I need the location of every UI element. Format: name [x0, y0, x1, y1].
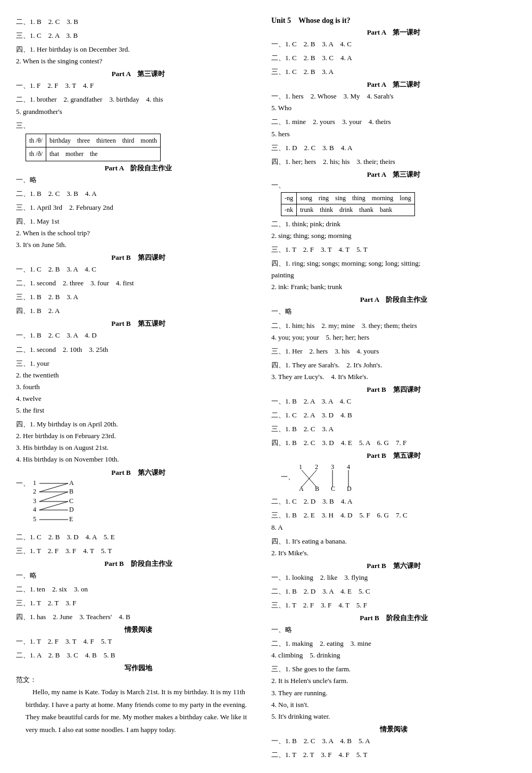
- section-yi-rastage: 一、略: [271, 306, 516, 317]
- part-title-b4: Part B 第四课时: [16, 253, 261, 262]
- section-yi-stage: 一、略: [16, 174, 261, 186]
- section-yi-b5: 一、1. B 2. C 3. A 4. D: [16, 330, 261, 341]
- phonics-table2: -ng song ring sing thing morning long -n…: [281, 192, 415, 216]
- text-line: 三、1. D 2. C 3. B 4. A: [271, 142, 516, 154]
- text-line: 2. ink: Frank; bank; trunk: [271, 281, 516, 293]
- section-san-rbstage: 三、1. She goes to the farm. 2. It is Hele…: [271, 663, 516, 722]
- match-diagram-section: 一、 1 2 3 4 5 A B C D E: [16, 479, 261, 529]
- text-line: 一、略: [16, 570, 261, 581]
- svg-text:E: E: [69, 515, 73, 523]
- text-line: 二、1. him; his 2. my; mine 3. they; them;…: [271, 320, 516, 332]
- text-line: 四、1. May 1st: [16, 216, 261, 227]
- part-title-b5: Part B 第五课时: [16, 319, 261, 328]
- text-line: 2. When is the singing contest?: [16, 55, 261, 67]
- text-line: 8. A: [271, 522, 516, 533]
- text-line: 四、1. B 2. C 3. D 4. E 5. A 6. G 7. F: [271, 437, 516, 449]
- phon-table2-section: 一、 -ng song ring sing thing morning long…: [271, 180, 516, 216]
- text-line: 一、1. B 2. C 3. A 4. D: [16, 330, 261, 341]
- text-line: 2. When is the school trip?: [16, 227, 261, 239]
- svg-text:2: 2: [315, 463, 318, 471]
- svg-text:C: C: [331, 485, 335, 492]
- section-er-ra2: 二、1. mine 2. yours 3. your 4. theirs 5. …: [271, 116, 516, 139]
- section-san-b5: 三、1. your 2. the twentieth 3. fourth 4. …: [16, 358, 261, 416]
- essay-section: 范文： Hello, my name is Kate. Today is Mar…: [16, 674, 261, 736]
- text-line: 2. It is Helen's uncle's farm.: [271, 675, 516, 687]
- section-yi-bstage: 一、略: [16, 570, 261, 581]
- text-line: 三、1. C 2. B 3. A: [271, 66, 516, 78]
- section-er-rastage: 二、1. him; his 2. my; mine 3. they; them;…: [271, 320, 516, 343]
- section-si-stage: 四、1. May 1st 2. When is the school trip?…: [16, 216, 261, 251]
- svg-text:1: 1: [33, 479, 36, 487]
- section-er-b4: 二、1. second 2. three 3. four 4. first: [16, 277, 261, 289]
- section-si-b4: 四、1. B 2. A: [16, 305, 261, 317]
- text-line: 四、1. It's eating a banana.: [271, 536, 516, 547]
- text-line: 二、1. C 2. D 3. B 4. A: [271, 496, 516, 507]
- phon-cell2: -nk: [281, 204, 297, 216]
- svg-text:A: A: [299, 485, 304, 492]
- part-title-reading2: 情景阅读: [271, 725, 516, 734]
- text-line: 3. They are Lucy's. 4. It's Mike's.: [271, 371, 516, 383]
- part-title-rb4: Part B 第四课时: [271, 385, 516, 394]
- text-line: 3. They are running.: [271, 687, 516, 699]
- text-line: 4. No, it isn't.: [271, 699, 516, 711]
- section-er-read1: 二、1. A 2. B 3. C 4. B 5. B: [16, 649, 261, 661]
- phon-cell2: -ng: [281, 192, 297, 204]
- essay-body: Hello, my name is Kate. Today is March 2…: [16, 686, 261, 736]
- text-line: 二、1. C 2. A 3. D 4. B: [271, 409, 516, 421]
- part-title-rb5: Part B 第五课时: [271, 451, 516, 460]
- text-line: 5. Who: [271, 102, 516, 114]
- part-title-ra-stage: Part A 阶段自主作业: [271, 295, 516, 305]
- svg-line-15: [39, 483, 68, 492]
- part-title-rb-stage: Part B 阶段自主作业: [271, 613, 516, 623]
- section-yi-rbstage: 一、略: [271, 624, 516, 636]
- part-title-rb6: Part B 第六课时: [271, 561, 516, 571]
- svg-text:4: 4: [347, 463, 350, 471]
- text-line: 二、1. C 2. B 3. C 4. A: [271, 52, 516, 64]
- section-er-b6: 二、1. C 2. B 3. D 4. A 5. E: [16, 531, 261, 543]
- text-line: 二、1. B 2. C 3. B 4. A: [16, 188, 261, 200]
- phon-cell2: trunk think drink thank bank: [297, 204, 415, 216]
- unit-title: Unit 5 Whose dog is it?: [271, 16, 516, 26]
- text-line: 三、1. your: [16, 358, 261, 369]
- text-line: 二、1. B 2. D 3. A 4. E 5. C: [271, 586, 516, 597]
- section-si-rb4: 四、1. B 2. C 3. D 4. E 5. A 6. G 7. F: [271, 437, 516, 449]
- match-diagram: 1 2 3 4 5 A B C D E: [32, 479, 85, 529]
- text-line: 一、略: [16, 174, 261, 186]
- part-title-a3: Part A 第三课时: [16, 69, 261, 79]
- text-line: 4. you; you; your 5. her; her; hers: [271, 332, 516, 343]
- page-container: 二、1. B 2. C 3. B 三、1. C 2. A 3. B 四、1. H…: [16, 16, 516, 763]
- text-line: 二、1. second 2. three 3. four 4. first: [16, 277, 261, 289]
- svg-text:D: D: [347, 485, 352, 492]
- text-line: 三、1. B 2. C 3. A: [271, 423, 516, 435]
- cross-svg: 1 2 3 4 A B C D: [296, 462, 365, 494]
- text-line: painting: [271, 269, 516, 281]
- yi-label: 一、: [16, 479, 30, 488]
- phon-cell: birthday three thirteen third month: [46, 134, 161, 147]
- text-line: 5. It's drinking water.: [271, 711, 516, 722]
- section-er-rb4: 二、1. C 2. A 3. D 4. B: [271, 409, 516, 421]
- section-er-bstage: 二、1. ten 2. six 3. on: [16, 583, 261, 595]
- text-line: 2. It's Mike's.: [271, 547, 516, 559]
- part-title-reading1: 情景阅读: [16, 625, 261, 635]
- section-er-read2: 二、1. T 2. T 3. F 4. F 5. T: [271, 749, 516, 761]
- text-line: 三、1. T 2. F 3. F 4. T 5. T: [16, 545, 261, 557]
- section-si-1: 四、1. Her birthday is on December 3rd. 2.…: [16, 44, 261, 67]
- text-line: 三、1. T 2. F 3. T 4. T 5. T: [271, 244, 516, 256]
- text-line: 一、1. T 2. F 3. T 4. F 5. T: [16, 636, 261, 647]
- phonics-table: th /θ/ birthday three thirteen third mon…: [26, 134, 161, 161]
- svg-text:C: C: [69, 497, 73, 505]
- section-yi-read2: 一、1. B 2. C 3. A 4. B 5. A: [271, 735, 516, 747]
- section-san-rb6: 三、1. T 2. F 3. F 4. T 5. F: [271, 599, 516, 611]
- text-line: 二、1. making 2. eating 3. mine: [271, 638, 516, 649]
- section-san-b6: 三、1. T 2. F 3. F 4. T 5. T: [16, 545, 261, 557]
- text-line: 四、1. has 2. June 3. Teachers' 4. B: [16, 611, 261, 623]
- text-line: 一、1. B 2. C 3. A 4. B 5. A: [271, 735, 516, 747]
- section-er-ra1: 二、1. C 2. B 3. C 4. A: [271, 52, 516, 64]
- text-line: 二、1. mine 2. yours 3. your 4. theirs: [271, 116, 516, 128]
- text-line: 三、1. T 2. F 3. F 4. T 5. F: [271, 599, 516, 611]
- text-line: 三、1. April 3rd 2. February 2nd: [16, 202, 261, 213]
- text-line: 一、1. C 2. B 3. A 4. C: [16, 264, 261, 275]
- part-title-ra1: Part A 第一课时: [271, 28, 516, 37]
- section-yi-a3: 一、1. F 2. F 3. T 4. F: [16, 80, 261, 92]
- part-title-b6: Part B 第六课时: [16, 468, 261, 478]
